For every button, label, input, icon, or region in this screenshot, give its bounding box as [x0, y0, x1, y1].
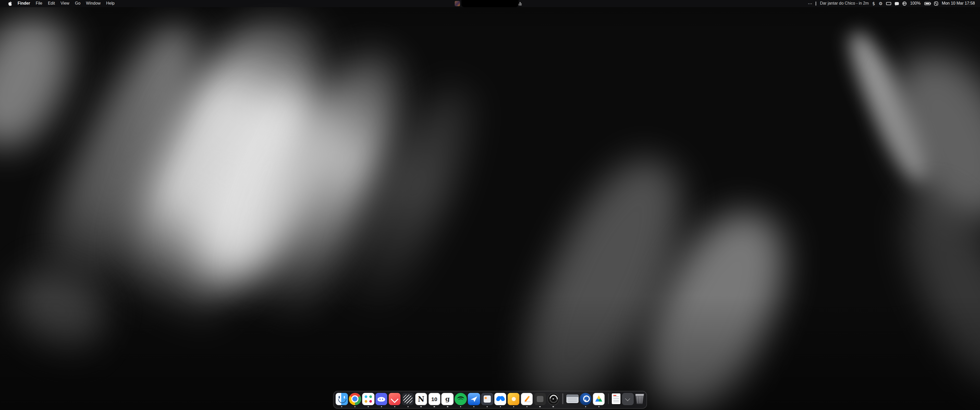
- google-drive-triangle-icon: [593, 393, 605, 405]
- dock-app-timer[interactable]: [547, 393, 559, 405]
- dock-separator: [608, 394, 609, 404]
- wallpaper-band: [498, 140, 708, 410]
- menu-help[interactable]: Help: [103, 0, 118, 7]
- equalizer-icon[interactable]: [519, 2, 522, 5]
- menu-bar-status: ⋯ Dar jantar do Chico - in 2m $ ⚙ 100% M…: [808, 0, 975, 7]
- dock-app-blue-plane[interactable]: [468, 393, 480, 405]
- menu-view[interactable]: View: [58, 0, 72, 7]
- finder-icon: [336, 393, 348, 405]
- raycast-icon: [389, 393, 401, 405]
- globe-menu-icon[interactable]: [902, 2, 907, 6]
- screen: Finder File Edit View Go Window Help ⋯ D…: [0, 0, 980, 410]
- dock: N 10 g: [333, 391, 647, 408]
- gear-menu-icon[interactable]: ⚙: [879, 1, 883, 6]
- dock-trash[interactable]: [635, 393, 644, 405]
- downloads-icon: [622, 393, 634, 405]
- battery-icon[interactable]: [924, 2, 930, 5]
- chat-bubble-menu-icon[interactable]: [894, 2, 899, 5]
- dark-card-icon: [481, 393, 493, 405]
- menu-app-name[interactable]: Finder: [15, 0, 33, 7]
- bluesky-butterfly-icon: [494, 393, 506, 405]
- menu-bar-event-text[interactable]: Dar jantar do Chico - in 2m: [820, 1, 869, 6]
- yellow-app-icon: [508, 393, 520, 405]
- blue-plane-icon: [468, 393, 480, 405]
- dock-file-document[interactable]: [612, 393, 620, 405]
- notion-calendar-icon: 10: [428, 393, 440, 405]
- wallpaper-band: [623, 194, 809, 410]
- menu-go[interactable]: Go: [72, 0, 83, 7]
- 1password-keyhole-icon: [579, 393, 592, 405]
- wallpaper-band: [205, 33, 427, 367]
- document-icon: [612, 394, 620, 404]
- apple-menu[interactable]: [5, 0, 15, 7]
- battery-percent-label: 100%: [910, 1, 921, 6]
- dock-app-spotify[interactable]: [455, 393, 467, 405]
- dock-app-chrome[interactable]: [349, 393, 361, 405]
- dock-app-yellow[interactable]: [508, 393, 520, 405]
- minimized-window-icon: [566, 395, 578, 404]
- overflow-menu-icon[interactable]: ⋯: [808, 1, 812, 6]
- slack-icon: [362, 393, 374, 405]
- dock-app-bluesky[interactable]: [494, 393, 506, 405]
- camera-notch: [461, 0, 519, 7]
- chrome-icon: [349, 393, 361, 405]
- battery-fill: [925, 3, 929, 4]
- dock-app-dark[interactable]: [534, 393, 546, 405]
- dock-app-finder[interactable]: [336, 393, 348, 405]
- display-menu-icon[interactable]: [886, 2, 891, 5]
- wallpaper-band: [177, 83, 342, 292]
- dock-separator: [563, 394, 563, 404]
- dark-app-icon: [534, 393, 546, 405]
- wallpaper-band: [839, 25, 939, 187]
- dock-app-google-drive[interactable]: [593, 393, 605, 405]
- wallpaper-band: [313, 73, 492, 351]
- dock-app-linear[interactable]: [402, 393, 414, 405]
- pages-pen-icon: [521, 393, 533, 405]
- wallpaper-band: [885, 180, 980, 401]
- menu-bar: Finder File Edit View Go Window Help ⋯ D…: [0, 0, 980, 7]
- menu-file[interactable]: File: [33, 0, 45, 7]
- menu-window[interactable]: Window: [83, 0, 103, 7]
- spotify-icon: [455, 393, 467, 405]
- wallpaper-band: [88, 0, 355, 361]
- dock-app-slack[interactable]: [362, 393, 374, 405]
- event-color-bar-icon: [816, 2, 816, 5]
- dock-app-raycast[interactable]: [389, 393, 401, 405]
- dock-app-dark-card[interactable]: [481, 393, 493, 405]
- menu-edit[interactable]: Edit: [45, 0, 58, 7]
- wallpaper-band: [0, 0, 87, 162]
- now-playing-album-art[interactable]: [455, 1, 460, 6]
- dock-app-1password[interactable]: [579, 393, 592, 405]
- g-glyph: g: [445, 396, 450, 402]
- wallpaper-band: [2, 259, 116, 361]
- g-monogram-icon: g: [442, 393, 453, 405]
- notion-glyph: N: [418, 396, 425, 403]
- dollar-menu-icon[interactable]: $: [872, 1, 875, 6]
- wallpaper-band: [868, 36, 980, 239]
- dock-app-pages[interactable]: [521, 393, 533, 405]
- desktop-wallpaper[interactable]: [0, 0, 980, 410]
- dock-app-g[interactable]: g: [442, 393, 453, 405]
- timer-dial-icon: [547, 393, 559, 405]
- trash-icon: [635, 394, 644, 404]
- notion-icon: N: [415, 393, 427, 405]
- dock-app-discord[interactable]: [375, 393, 387, 405]
- control-center-icon[interactable]: [934, 1, 938, 6]
- menu-bar-clock[interactable]: Mon 10 Mar 17:58: [942, 1, 975, 6]
- apple-logo-icon: [8, 1, 12, 6]
- dock-downloads-stack[interactable]: [622, 393, 634, 405]
- menu-bar-left: Finder File Edit View Go Window Help: [5, 0, 118, 7]
- dock-minimized-window[interactable]: [566, 393, 578, 405]
- discord-icon: [375, 393, 387, 405]
- calendar-day-glyph: 10: [431, 396, 437, 402]
- linear-icon: [402, 393, 414, 405]
- dock-app-notion[interactable]: N: [415, 393, 427, 405]
- dock-app-notion-calendar[interactable]: 10: [428, 393, 440, 405]
- wallpaper-band: [10, 10, 221, 339]
